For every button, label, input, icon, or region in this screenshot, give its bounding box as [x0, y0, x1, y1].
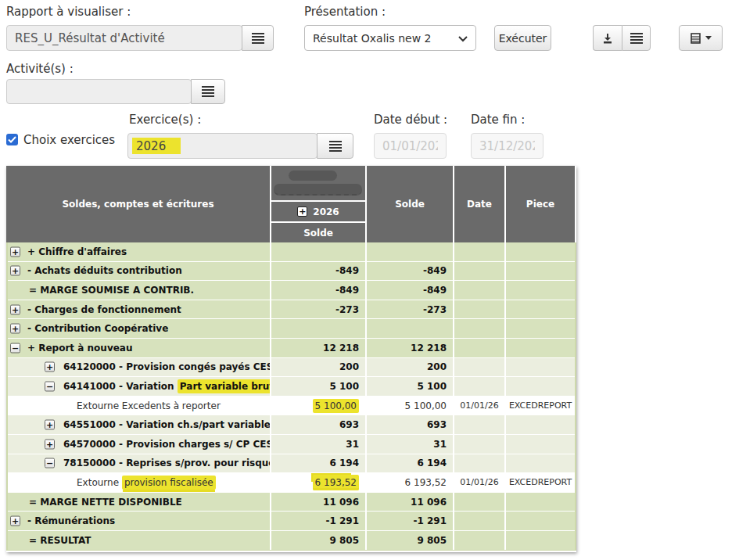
date-debut-label: Date début : — [374, 113, 447, 127]
year-solde-cell: 31 — [271, 435, 365, 454]
header-solde: Solde — [367, 166, 453, 242]
list-icon — [630, 33, 643, 44]
account-cell: +64551000 - Variation ch.s/part variable… — [8, 415, 270, 434]
expand-icon[interactable]: + — [10, 246, 20, 257]
header-year-stack: + 2026 Solde — [271, 166, 365, 242]
date-cell: 01/01/26 — [454, 473, 504, 492]
piece-cell — [506, 281, 575, 300]
table-row: +- Contribution Coopérative — [8, 319, 575, 338]
row-label: - Achats déduits contribution — [8, 265, 182, 276]
account-cell: −64141000 - Variation Part variable brut… — [8, 377, 270, 396]
account-cell: ++ Chiffre d'affaires — [8, 242, 270, 261]
expand-icon[interactable]: + — [10, 516, 20, 526]
year-solde-cell: 200 — [271, 358, 365, 377]
date-cell — [454, 377, 504, 396]
table-row: Extourne Excedents à reporter5 100,005 1… — [8, 397, 575, 415]
account-cell: Extourne provision fiscalisée — [8, 473, 270, 492]
header-year-solde: Solde — [271, 223, 365, 242]
expand-icon[interactable]: + — [297, 206, 307, 217]
download-icon — [602, 33, 613, 44]
table-row: +64551000 - Variation ch.s/part variable… — [8, 415, 575, 434]
date-cell — [454, 281, 504, 300]
piece-cell — [506, 493, 575, 512]
list-view-button[interactable] — [622, 25, 651, 51]
table-row: Extourne provision fiscalisée6 193,526 1… — [8, 473, 575, 492]
solde-cell: 200 — [367, 358, 453, 377]
solde-cell — [367, 242, 453, 261]
year-solde-cell: 9 805 — [271, 531, 365, 550]
solde-cell: -273 — [367, 300, 453, 319]
solde-cell: 5 100,00 — [367, 397, 453, 415]
collapse-icon[interactable]: − — [10, 343, 20, 353]
date-cell — [454, 242, 504, 261]
activity-label: Activité(s) : — [6, 62, 74, 76]
download-button[interactable] — [593, 25, 622, 51]
highlight-annotation: provision fiscalisée — [122, 476, 216, 490]
choix-exercices-checkbox[interactable] — [6, 134, 18, 145]
account-cell: +- Contribution Coopérative — [8, 319, 270, 338]
row-label: + Chiffre d'affaires — [8, 246, 127, 257]
piece-cell — [506, 377, 575, 396]
report-label: Rapport à visualiser : — [6, 5, 131, 19]
list-icon — [202, 86, 214, 97]
date-cell: 01/01/26 — [454, 397, 504, 415]
date-fin-input[interactable] — [471, 133, 543, 159]
table-menu-button[interactable] — [679, 25, 723, 51]
piece-cell — [506, 512, 575, 530]
account-cell: −+ Report à nouveau — [8, 339, 270, 357]
header-piece: Piece — [506, 166, 575, 242]
table-row: −78150000 - Reprises s/prov. pour risque… — [8, 454, 575, 473]
account-cell: +64570000 - Provision charges s/ CP CESA — [8, 435, 270, 454]
row-label: Extourne provision fiscalisée — [8, 477, 216, 488]
solde-cell: 9 805 — [367, 531, 453, 550]
table-row: = MARGE NETTE DISPONIBLE11 09611 096 — [8, 493, 575, 512]
year-solde-cell: -273 — [271, 300, 365, 319]
expand-icon[interactable]: + — [45, 439, 55, 449]
highlight-annotation: 6 193,52 — [313, 475, 359, 490]
chevron-down-icon — [458, 32, 468, 45]
expand-icon[interactable]: + — [45, 420, 55, 430]
list-icon — [329, 141, 342, 152]
presentation-select[interactable]: Résultat Oxalis new 2 — [304, 25, 476, 51]
presentation-label: Présentation : — [304, 5, 386, 19]
exercice-label: Exercice(s) : — [129, 113, 201, 127]
row-label: - Rémunérations — [8, 515, 115, 526]
activity-input[interactable] — [6, 79, 192, 104]
solde-cell: 12 218 — [367, 339, 453, 357]
piece-cell — [506, 454, 575, 473]
expand-icon[interactable]: + — [45, 362, 55, 372]
header-redacted — [271, 166, 365, 200]
date-debut-input[interactable] — [374, 133, 447, 159]
activity-list-button[interactable] — [191, 79, 225, 104]
table-row: +- Charges de fonctionnement-273-273 — [8, 300, 575, 319]
execute-button[interactable]: Exécuter — [494, 25, 551, 51]
report-input[interactable] — [6, 25, 242, 51]
date-cell — [454, 319, 504, 338]
table-row: −+ Report à nouveau12 21812 218 — [8, 339, 575, 357]
expand-icon[interactable]: + — [10, 304, 20, 314]
list-icon — [252, 33, 264, 44]
report-list-button[interactable] — [242, 25, 274, 51]
table-row: +64570000 - Provision charges s/ CP CESA… — [8, 435, 575, 454]
row-label: - Contribution Coopérative — [8, 323, 168, 334]
expand-icon[interactable]: + — [10, 324, 20, 334]
collapse-icon[interactable]: − — [45, 381, 55, 391]
table-row: +64120000 - Provision congés payés CESA2… — [8, 358, 575, 377]
exercice-input[interactable] — [127, 133, 317, 159]
exercice-list-button[interactable] — [317, 133, 353, 159]
table-header: Soldes, comptes et écritures + 2026 Sold… — [6, 166, 576, 242]
solde-cell: -849 — [367, 262, 453, 281]
date-cell — [454, 435, 504, 454]
redaction-blob — [289, 171, 337, 181]
table-row: +- Rémunérations-1 291-1 291 — [8, 512, 575, 530]
year-solde-cell: 11 096 — [271, 493, 365, 512]
expand-icon[interactable]: + — [10, 266, 20, 276]
year-solde-cell: 693 — [271, 415, 365, 434]
account-cell: +- Charges de fonctionnement — [8, 300, 270, 319]
collapse-icon[interactable]: − — [45, 458, 55, 468]
piece-cell — [506, 435, 575, 454]
piece-cell — [506, 339, 575, 357]
highlight-annotation: Part variable brut à paye — [178, 379, 270, 393]
date-cell — [454, 493, 504, 512]
date-cell — [454, 531, 504, 550]
